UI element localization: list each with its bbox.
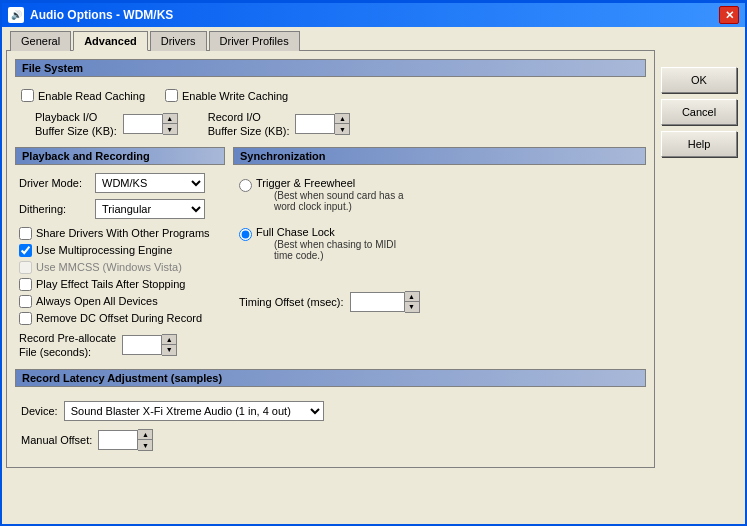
manual-offset-input[interactable]: 0 (98, 430, 138, 450)
file-system-checkboxes: Enable Read Caching Enable Write Caching (15, 85, 646, 106)
record-buffer-up[interactable]: ▲ (335, 114, 349, 124)
timing-offset-label: Timing Offset (msec): (239, 296, 344, 308)
device-select[interactable]: Sound Blaster X-Fi Xtreme Audio (1 in, 4… (64, 401, 324, 421)
help-button[interactable]: Help (661, 131, 737, 157)
device-row: Device: Sound Blaster X-Fi Xtreme Audio … (15, 395, 646, 427)
use-mmcss-row: Use MMCSS (Windows Vista) (15, 259, 225, 276)
trigger-freewheel-row: Trigger & Freewheel (Best when sound car… (233, 173, 646, 216)
playback-buffer-input[interactable]: 256 (123, 114, 163, 134)
timing-offset-up[interactable]: ▲ (405, 292, 419, 302)
synchronization-header: Synchronization (233, 147, 646, 165)
playback-buffer-spinner: 256 ▲ ▼ (123, 113, 178, 135)
tab-bar: General Advanced Drivers Driver Profiles (6, 31, 655, 51)
timing-offset-spinners: ▲ ▼ (405, 291, 420, 313)
file-system-header: File System (15, 59, 646, 77)
record-buffer-spinners: ▲ ▼ (335, 113, 350, 135)
tab-drivers[interactable]: Drivers (150, 31, 207, 51)
close-button[interactable]: ✕ (719, 6, 739, 24)
manual-offset-spinners: ▲ ▼ (138, 429, 153, 451)
tab-general[interactable]: General (10, 31, 71, 51)
manual-offset-row: Manual Offset: 0 ▲ ▼ (15, 427, 646, 459)
dithering-select[interactable]: Triangular None Shaped (95, 199, 205, 219)
playback-buffer-down[interactable]: ▼ (163, 124, 177, 134)
always-open-checkbox[interactable] (19, 295, 32, 308)
remove-dc-label: Remove DC Offset During Record (36, 312, 202, 324)
right-column: Synchronization Trigger & Freewheel (Bes… (233, 147, 646, 364)
enable-read-caching-text: Enable Read Caching (38, 90, 145, 102)
buffer-row: Playback I/OBuffer Size (KB): 256 ▲ ▼ Re… (15, 106, 646, 147)
playback-buffer-spinners: ▲ ▼ (163, 113, 178, 135)
prealloc-spinner: 0 ▲ ▼ (122, 334, 177, 356)
driver-mode-label: Driver Mode: (19, 177, 89, 189)
playback-buffer-up[interactable]: ▲ (163, 114, 177, 124)
driver-mode-row: Driver Mode: WDM/KS ASIO DirectSound (15, 173, 225, 193)
main-window: 🔊 Audio Options - WDM/KS ✕ General Advan… (0, 0, 747, 526)
use-multiprocessing-label: Use Multiprocessing Engine (36, 244, 172, 256)
playback-recording-header: Playback and Recording (15, 147, 225, 165)
play-effect-row: Play Effect Tails After Stopping (15, 276, 225, 293)
use-mmcss-checkbox[interactable] (19, 261, 32, 274)
use-multiprocessing-checkbox[interactable] (19, 244, 32, 257)
enable-write-caching-label[interactable]: Enable Write Caching (165, 89, 288, 102)
full-chase-label: Full Chase Lock (256, 226, 396, 238)
share-drivers-row: Share Drivers With Other Programs (15, 225, 225, 242)
trigger-freewheel-radio[interactable] (239, 179, 252, 192)
record-buffer-spinner: 256 ▲ ▼ (295, 113, 350, 135)
trigger-freewheel-content: Trigger & Freewheel (Best when sound car… (256, 177, 404, 212)
full-chase-sub: (Best when chasing to MIDItime code.) (256, 239, 396, 261)
always-open-row: Always Open All Devices (15, 293, 225, 310)
share-drivers-checkbox[interactable] (19, 227, 32, 240)
dithering-row: Dithering: Triangular None Shaped (15, 199, 225, 219)
window-title: Audio Options - WDM/KS (30, 8, 173, 22)
manual-offset-down[interactable]: ▼ (138, 440, 152, 450)
timing-offset-row: Timing Offset (msec): 0.000 ▲ ▼ (233, 285, 646, 319)
device-label: Device: (21, 405, 58, 417)
right-panel: OK Cancel Help (661, 31, 741, 468)
playback-buffer-label: Playback I/OBuffer Size (KB): (35, 110, 117, 139)
driver-mode-select[interactable]: WDM/KS ASIO DirectSound (95, 173, 205, 193)
enable-read-caching-label[interactable]: Enable Read Caching (21, 89, 145, 102)
content-area: General Advanced Drivers Driver Profiles… (2, 27, 745, 472)
prealloc-input[interactable]: 0 (122, 335, 162, 355)
tab-advanced[interactable]: Advanced (73, 31, 148, 51)
title-bar: 🔊 Audio Options - WDM/KS ✕ (2, 3, 745, 27)
prealloc-row: Record Pre-allocateFile (seconds): 0 ▲ ▼ (15, 327, 225, 364)
share-drivers-label: Share Drivers With Other Programs (36, 227, 210, 239)
cancel-button[interactable]: Cancel (661, 99, 737, 125)
ok-button[interactable]: OK (661, 67, 737, 93)
timing-offset-spinner: 0.000 ▲ ▼ (350, 291, 420, 313)
timing-offset-down[interactable]: ▼ (405, 302, 419, 312)
enable-read-caching-checkbox[interactable] (21, 89, 34, 102)
remove-dc-checkbox[interactable] (19, 312, 32, 325)
trigger-freewheel-sub: (Best when sound card has aword clock in… (256, 190, 404, 212)
full-chase-content: Full Chase Lock (Best when chasing to MI… (256, 226, 396, 261)
left-column: Playback and Recording Driver Mode: WDM/… (15, 147, 225, 364)
record-buffer-group: Record I/OBuffer Size (KB): 256 ▲ ▼ (208, 110, 351, 139)
full-chase-radio[interactable] (239, 228, 252, 241)
manual-offset-up[interactable]: ▲ (138, 430, 152, 440)
title-bar-left: 🔊 Audio Options - WDM/KS (8, 7, 173, 23)
record-buffer-label: Record I/OBuffer Size (KB): (208, 110, 290, 139)
full-chase-row: Full Chase Lock (Best when chasing to MI… (233, 222, 646, 265)
manual-offset-label: Manual Offset: (21, 434, 92, 446)
prealloc-up[interactable]: ▲ (162, 335, 176, 345)
record-buffer-down[interactable]: ▼ (335, 124, 349, 134)
two-col-layout: Playback and Recording Driver Mode: WDM/… (15, 147, 646, 364)
remove-dc-row: Remove DC Offset During Record (15, 310, 225, 327)
timing-offset-input[interactable]: 0.000 (350, 292, 405, 312)
tab-content: File System Enable Read Caching Enable W… (6, 50, 655, 468)
record-latency-header: Record Latency Adjustment (samples) (15, 369, 646, 387)
dithering-label: Dithering: (19, 203, 89, 215)
app-icon: 🔊 (8, 7, 24, 23)
enable-write-caching-checkbox[interactable] (165, 89, 178, 102)
record-buffer-input[interactable]: 256 (295, 114, 335, 134)
trigger-freewheel-label: Trigger & Freewheel (256, 177, 404, 189)
enable-write-caching-text: Enable Write Caching (182, 90, 288, 102)
always-open-label: Always Open All Devices (36, 295, 158, 307)
use-mmcss-label: Use MMCSS (Windows Vista) (36, 261, 182, 273)
use-multiprocessing-row: Use Multiprocessing Engine (15, 242, 225, 259)
play-effect-checkbox[interactable] (19, 278, 32, 291)
main-panel: General Advanced Drivers Driver Profiles… (6, 31, 655, 468)
tab-driver-profiles[interactable]: Driver Profiles (209, 31, 300, 51)
prealloc-down[interactable]: ▼ (162, 345, 176, 355)
